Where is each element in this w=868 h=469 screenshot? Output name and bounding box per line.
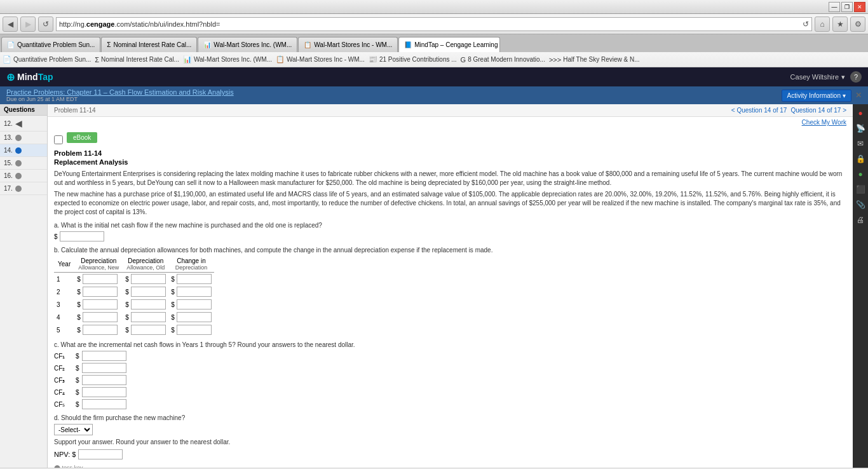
bookmark-nominal[interactable]: Σ Nominal Interest Rate Cal... <box>95 56 179 64</box>
right-icon-7[interactable]: 🖨 <box>854 214 867 226</box>
sidebar-item-16[interactable]: 16. <box>0 170 47 182</box>
table-year-5: 5 <box>54 323 74 336</box>
sidebar-item-15[interactable]: 15. <box>0 157 47 170</box>
tab-nominal[interactable]: Σ Nominal Interest Rate Cal... <box>101 37 197 52</box>
mindtap-header: ⊕ MindTap Casey Wiltshire ▾ ? <box>0 67 868 86</box>
cf-input-5[interactable] <box>82 399 126 409</box>
input-dep-old-4[interactable] <box>131 312 166 322</box>
bookmark-walmart1-icon: 📊 <box>183 55 192 64</box>
ebook-button[interactable]: eBook <box>67 132 97 143</box>
activity-info-button[interactable]: Activity Information ▾ <box>782 90 851 102</box>
bookmark-walmart1[interactable]: 📊 Wal-Mart Stores Inc. (WM... <box>183 55 272 64</box>
titlebar-buttons[interactable]: — ❐ ✕ <box>829 2 865 12</box>
sidebar-item-12[interactable]: 12. ◀ <box>0 116 47 132</box>
sub-header: Practice Problems: Chapter 11 – Cash Flo… <box>0 86 868 104</box>
cf-input-4[interactable] <box>82 387 126 397</box>
input-dep-new-4[interactable] <box>83 312 118 322</box>
toss-key: ⬤ toss key <box>54 465 846 468</box>
forward-button[interactable]: ▶ <box>20 17 36 32</box>
question-nav-right[interactable]: Question 14 of 17 > <box>790 107 846 114</box>
cf-label-2: CF₂ <box>54 365 73 372</box>
activity-info-arrow: ▾ <box>843 92 846 99</box>
npv-label: NPV: $ <box>54 451 76 458</box>
purchase-select[interactable]: -Select- Yes No <box>54 424 93 435</box>
table-row: 1 $ $ $ <box>54 273 214 286</box>
bookmark-quantitative[interactable]: 📄 Quantitative Problem Sun... <box>3 55 91 64</box>
input-dep-change-5[interactable] <box>177 325 212 335</box>
sidebar-item-13[interactable]: 13. <box>0 132 47 144</box>
maximize-btn[interactable]: ❐ <box>841 2 853 12</box>
right-icon-2[interactable]: ✉ <box>854 137 867 150</box>
bookmark-21positive-icon: 📰 <box>369 55 377 64</box>
question-nav-left[interactable]: < Question 14 of 17 <box>731 107 787 114</box>
minimize-btn[interactable]: — <box>829 2 840 12</box>
input-dep-old-1[interactable] <box>131 274 166 284</box>
home-button[interactable]: ⌂ <box>815 17 830 32</box>
course-title[interactable]: Practice Problems: Chapter 11 – Cash Flo… <box>6 88 234 96</box>
problem-text-1: DeYoung Entertainment Enterprises is con… <box>54 170 846 187</box>
right-icon-5[interactable]: ⬛ <box>854 183 867 196</box>
mindtap-user[interactable]: Casey Wiltshire ▾ <box>790 73 845 81</box>
tab-mindtap[interactable]: 📘 MindTap – Cengage Learning ✕ <box>398 37 500 52</box>
tab-quantitative[interactable]: 📄 Quantitative Problem Sun... <box>1 37 100 52</box>
input-dep-old-2[interactable] <box>131 287 166 297</box>
input-dep-new-3[interactable] <box>83 299 118 309</box>
input-dep-old-3[interactable] <box>131 299 166 309</box>
table-dep-change-5: $ <box>168 323 214 336</box>
problem-content: eBook Problem 11-14 Replacement Analysis… <box>48 127 853 468</box>
bookmark-walmart1-label: Wal-Mart Stores Inc. (WM... <box>194 56 272 63</box>
sidebar-item-17-dot <box>15 186 22 192</box>
tab-walmart1[interactable]: 📊 Wal-Mart Stores Inc. (WM... <box>198 37 297 52</box>
back-button[interactable]: ◀ <box>3 17 18 32</box>
bookmark-21positive[interactable]: 📰 21 Positive Contributions ... <box>369 55 457 64</box>
settings-button[interactable]: ⚙ <box>850 17 865 32</box>
input-dep-new-5[interactable] <box>83 325 118 335</box>
right-icon-4[interactable]: ● <box>854 168 867 180</box>
address-bar[interactable]: http://ng.cengage.com/static/nb/ui/index… <box>56 17 812 31</box>
part-d-text: d. Should the firm purchase the new mach… <box>54 414 846 421</box>
right-icon-3[interactable]: 🔒 <box>854 153 867 165</box>
sidebar-item-17[interactable]: 17. <box>0 182 47 195</box>
col-dep-old-header: Depreciation Allowance, Old <box>123 256 168 273</box>
part-b-text: b. Calculate the annual depreciation all… <box>54 247 846 254</box>
mindtap-logo: ⊕ MindTap <box>6 71 53 83</box>
mindtap-brand: MindTap <box>17 72 53 82</box>
input-dep-new-2[interactable] <box>83 287 118 297</box>
refresh-button[interactable]: ↺ <box>38 17 53 32</box>
right-icon-6[interactable]: 📎 <box>854 198 867 211</box>
refresh-icon[interactable]: ↺ <box>803 20 809 29</box>
input-dep-new-1[interactable] <box>83 274 118 284</box>
star-button[interactable]: ★ <box>832 17 848 32</box>
bookmark-halfsky[interactable]: >>> Half The Sky Review & N... <box>549 56 640 64</box>
npv-input[interactable] <box>78 449 123 459</box>
part-a-input[interactable] <box>60 231 104 241</box>
sidebar-item-14[interactable]: 14. <box>0 144 47 157</box>
cf-dollar-1: $ <box>76 353 79 360</box>
tab-walmart2[interactable]: 📋 Wal-Mart Stores Inc - WM... <box>298 37 398 52</box>
check-my-work-top[interactable]: Check My Work <box>802 119 846 126</box>
col-year-header: Year <box>54 256 74 273</box>
cf-input-3[interactable] <box>82 375 126 385</box>
cf-row-2: CF₂ $ <box>54 363 846 373</box>
input-dep-change-1[interactable] <box>177 274 212 284</box>
table-row: 4 $ $ $ <box>54 311 214 323</box>
ebook-checkbox[interactable] <box>54 135 63 144</box>
close-panel-icon[interactable]: ✕ <box>855 91 862 100</box>
right-icon-1[interactable]: 📡 <box>854 122 867 135</box>
input-dep-change-2[interactable] <box>177 287 212 297</box>
bookmark-nominal-icon: Σ <box>95 56 99 64</box>
sidebar-header: Questions <box>0 104 47 116</box>
cf-dollar-4: $ <box>76 389 79 396</box>
bookmark-8great[interactable]: G 8 Great Modern Innovatio... <box>461 56 545 64</box>
input-dep-change-3[interactable] <box>177 299 212 309</box>
cf-input-2[interactable] <box>82 363 126 373</box>
close-btn[interactable]: ✕ <box>854 2 865 12</box>
table-row: 3 $ $ $ <box>54 298 214 311</box>
cf-input-1[interactable] <box>82 351 126 361</box>
help-button[interactable]: ? <box>850 71 862 83</box>
table-dep-new-5: $ <box>74 323 123 336</box>
input-dep-change-4[interactable] <box>177 312 212 322</box>
input-dep-old-5[interactable] <box>131 325 166 335</box>
bookmark-walmart2[interactable]: 📋 Wal-Mart Stores Inc - WM... <box>276 55 365 64</box>
right-icon-0[interactable]: ● <box>854 107 867 119</box>
